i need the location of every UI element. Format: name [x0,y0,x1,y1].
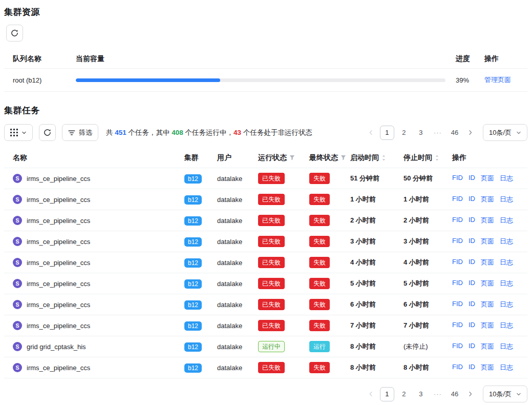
task-user: datalake [217,343,258,351]
log-link[interactable]: 日志 [500,258,513,267]
cluster-badge: b12 [184,174,202,184]
id-link[interactable]: ID [469,195,475,204]
page-link[interactable]: 页面 [481,342,494,351]
refresh-resources-button[interactable] [6,25,23,42]
sort-icon[interactable] [381,154,386,161]
page-button-3[interactable]: 3 [414,126,428,140]
fid-link[interactable]: FID [452,342,463,351]
capacity-progress-bar [76,78,445,82]
fid-link[interactable]: FID [452,321,463,330]
log-link[interactable]: 日志 [500,174,513,183]
page-link[interactable]: 页面 [481,195,494,204]
id-link[interactable]: ID [469,174,475,183]
log-link[interactable]: 日志 [500,363,513,372]
queue-table: 队列名称 当前容量 进度 操作 root (b12) 39% 管理页面 [4,49,527,92]
manage-page-link[interactable]: 管理页面 [484,76,511,84]
fid-link[interactable]: FID [452,258,463,267]
prev-page-button[interactable] [365,388,377,401]
bottom-bar: 1 2 3 ··· 46 10条/页 [4,386,527,402]
prev-page-button[interactable] [365,126,377,139]
sort-icon[interactable] [435,154,439,161]
fid-link[interactable]: FID [452,237,463,246]
page-link[interactable]: 页面 [481,300,494,309]
page-link[interactable]: 页面 [481,279,494,288]
fid-link[interactable]: FID [452,300,463,309]
id-link[interactable]: ID [469,300,475,309]
filter-funnel-icon[interactable] [289,155,295,160]
col-progress: 进度 [456,54,484,64]
pagination-bottom: 1 2 3 ··· 46 10条/页 [365,386,527,402]
chevron-down-icon [516,130,521,135]
col-run-status: 运行状态 [258,153,309,163]
task-name: irms_ce_pipeline_ccs [27,364,90,372]
page-button-46[interactable]: 46 [448,126,462,140]
task-user: datalake [217,301,258,309]
id-link[interactable]: ID [469,279,475,288]
cluster-badge: b12 [184,363,202,373]
task-table-header: 名称 集群 用户 运行状态 最终状态 启动时间 停止时间 [4,148,527,168]
page-button-1[interactable]: 1 [380,387,394,401]
task-name: irms_ce_pipeline_ccs [27,301,90,309]
log-link[interactable]: 日志 [500,300,513,309]
task-name: irms_ce_pipeline_ccs [27,217,90,225]
id-link[interactable]: ID [469,216,475,225]
id-link[interactable]: ID [469,258,475,267]
layout-dropdown-button[interactable] [4,124,33,141]
page-size-select[interactable]: 10条/页 [483,386,527,402]
queue-row: root (b12) 39% 管理页面 [4,69,527,92]
page-button-2[interactable]: 2 [397,387,411,401]
fid-link[interactable]: FID [452,363,463,372]
log-link[interactable]: 日志 [500,279,513,288]
fid-link[interactable]: FID [452,195,463,204]
task-row: S irms_ce_pipeline_ccs b12 datalake 已失败 … [4,273,527,294]
final-status-badge: 运行 [309,341,330,352]
page-link[interactable]: 页面 [481,363,494,372]
page-button-46[interactable]: 46 [448,387,462,401]
filter-button[interactable]: 筛选 [62,124,98,141]
start-time: 51 分钟前 [350,174,403,183]
col-start-time[interactable]: 启动时间 [350,153,403,163]
final-status-badge: 失败 [309,278,330,289]
col-action: 操作 [452,153,527,163]
log-link[interactable]: 日志 [500,216,513,225]
id-link[interactable]: ID [469,342,475,351]
page-button-2[interactable]: 2 [397,126,411,140]
filter-funnel-icon[interactable] [341,155,346,160]
task-name: irms_ce_pipeline_ccs [27,196,90,204]
queue-name: root (b12) [13,76,76,84]
final-status-badge: 失败 [309,236,330,247]
page-jump-ellipsis[interactable]: ··· [431,126,445,140]
page-link[interactable]: 页面 [481,216,494,225]
fid-link[interactable]: FID [452,279,463,288]
col-stop-time[interactable]: 停止时间 [403,153,452,163]
next-page-button[interactable] [464,126,477,139]
refresh-tasks-button[interactable] [39,124,56,141]
not-running-count: 43 [233,129,241,136]
id-link[interactable]: ID [469,321,475,330]
start-time: 2 小时前 [350,216,403,225]
log-link[interactable]: 日志 [500,237,513,246]
page-link[interactable]: 页面 [481,321,494,330]
page-button-3[interactable]: 3 [414,387,428,401]
log-link[interactable]: 日志 [500,342,513,351]
page-size-select[interactable]: 10条/页 [483,124,527,141]
page-jump-ellipsis[interactable]: ··· [431,387,445,401]
next-page-button[interactable] [464,388,477,401]
cluster-badge: b12 [184,237,202,247]
page-link[interactable]: 页面 [481,237,494,246]
log-link[interactable]: 日志 [500,321,513,330]
id-link[interactable]: ID [469,237,475,246]
task-name: irms_ce_pipeline_ccs [27,280,90,288]
page-link[interactable]: 页面 [481,258,494,267]
start-time: 8 小时前 [350,363,403,372]
stop-time: 5 小时前 [403,279,452,288]
fid-link[interactable]: FID [452,216,463,225]
fid-link[interactable]: FID [452,174,463,183]
log-link[interactable]: 日志 [500,195,513,204]
page-link[interactable]: 页面 [481,174,494,183]
task-row: S irms_ce_pipeline_ccs b12 datalake 已失败 … [4,315,527,336]
stop-time: 3 小时前 [403,237,452,246]
page-button-1[interactable]: 1 [380,126,394,140]
id-link[interactable]: ID [469,363,475,372]
run-status-badge: 已失败 [258,299,285,310]
